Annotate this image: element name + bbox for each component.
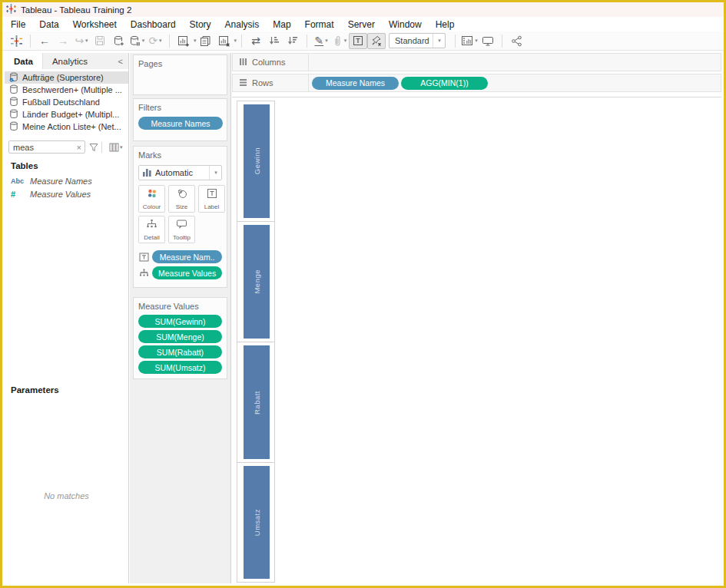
swap-rows-columns-button[interactable]: ⇄: [247, 33, 265, 49]
size-button[interactable]: Size: [168, 185, 195, 213]
tableau-window: Tableau - Tableau Training 2 File Data W…: [0, 0, 726, 588]
no-matches-text: No matches: [5, 491, 128, 500]
measure-values-card[interactable]: Measure Values SUM(Gewinn) SUM(Menge) SU…: [133, 297, 227, 379]
menu-data[interactable]: Data: [32, 17, 65, 31]
search-input[interactable]: [9, 143, 71, 152]
label-button[interactable]: Label: [198, 185, 225, 213]
chart-canvas[interactable]: Gewinn Menge Rabatt Umsatz: [232, 97, 721, 583]
tab-data[interactable]: Data: [5, 53, 43, 69]
save-button[interactable]: [91, 33, 109, 49]
new-worksheet-caret[interactable]: ▾: [194, 38, 197, 44]
title-bar: Tableau - Tableau Training 2: [2, 2, 724, 17]
search-separator: [101, 142, 102, 153]
filters-card[interactable]: Filters Measure Names: [133, 98, 227, 141]
menu-format[interactable]: Format: [298, 17, 341, 31]
sort-descending-button[interactable]: [283, 33, 302, 49]
pill-sum-umsatz[interactable]: SUM(Umsatz): [138, 361, 222, 374]
menu-bar: File Data Worksheet Dashboard Story Anal…: [2, 17, 724, 31]
tableau-logo-icon[interactable]: [7, 33, 25, 49]
sort-ascending-button[interactable]: [265, 33, 283, 49]
text-type-icon: Abc: [11, 177, 25, 185]
rows-pill-agg-min-1[interactable]: AGG(MIN(1)): [401, 77, 488, 90]
mark-type-caret[interactable]: ▾: [209, 166, 221, 180]
forward-button[interactable]: →: [54, 33, 72, 49]
collapse-pane-chevron-icon[interactable]: <: [113, 57, 128, 66]
share-button[interactable]: [507, 33, 525, 49]
bar-gewinn[interactable]: Gewinn: [244, 104, 270, 218]
mark-pill-measure-values[interactable]: Measure Values: [152, 266, 222, 279]
search-input-box[interactable]: ×: [8, 140, 85, 154]
field-measure-names[interactable]: Abc Measure Names: [5, 174, 128, 187]
datasource-item-auftraege[interactable]: Aufträge (Superstore): [5, 71, 128, 84]
fix-axes-button[interactable]: [367, 33, 386, 49]
duplicate-sheet-button[interactable]: [197, 33, 215, 49]
chart-pane: Gewinn Menge Rabatt Umsatz: [237, 101, 275, 583]
main-area: Data Analytics < Aufträge (Superstore) B…: [5, 53, 721, 583]
show-mark-labels-button[interactable]: [349, 33, 367, 49]
presentation-mode-button[interactable]: [479, 33, 497, 49]
field-search-row: × ▾: [8, 140, 128, 154]
menu-dashboard[interactable]: Dashboard: [124, 17, 183, 31]
bar-rabatt[interactable]: Rabatt: [244, 345, 270, 459]
datasource-item-laender-budget[interactable]: Länder Budget+ (Multipl...: [5, 108, 128, 121]
clear-sheet-button[interactable]: [215, 33, 234, 49]
tab-analytics[interactable]: Analytics: [43, 53, 97, 69]
rows-shelf-label: Rows: [233, 74, 309, 91]
view-options-icon[interactable]: [109, 143, 119, 152]
view-options-caret[interactable]: ▾: [120, 144, 123, 150]
bar-umsatz[interactable]: Umsatz: [244, 466, 270, 579]
filter-pill-measure-names[interactable]: Measure Names: [138, 117, 223, 130]
columns-shelf-label: Columns: [233, 54, 309, 71]
mark-type-dropdown[interactable]: Automatic ▾: [138, 165, 222, 180]
pill-sum-menge[interactable]: SUM(Menge): [138, 330, 222, 343]
columns-shelf[interactable]: Columns: [232, 53, 721, 71]
colour-button[interactable]: Colour: [138, 185, 165, 213]
menu-map[interactable]: Map: [266, 17, 297, 31]
mark-pill-row-label: Measure Nam..: [138, 250, 222, 263]
datasource-item-fussball[interactable]: Fußball Deutschland: [5, 96, 128, 108]
rows-pill-measure-names[interactable]: Measure Names: [312, 77, 399, 90]
pages-card[interactable]: Pages: [133, 55, 227, 95]
filter-fields-icon[interactable]: [89, 143, 98, 152]
menu-worksheet[interactable]: Worksheet: [66, 17, 124, 31]
menu-server[interactable]: Server: [341, 17, 382, 31]
show-hide-cards-button[interactable]: ▾: [460, 33, 479, 49]
datasource-list: Aufträge (Superstore) Beschwerden+ (Mult…: [5, 69, 128, 133]
rows-shelf[interactable]: Rows Measure Names AGG(MIN(1)): [232, 74, 721, 92]
datasource-label: Länder Budget+ (Multipl...: [22, 110, 119, 119]
add-datasource-button[interactable]: [109, 33, 128, 49]
highlight-button[interactable]: ✎▾: [312, 33, 330, 49]
menu-file[interactable]: File: [4, 17, 32, 31]
mark-pill-measure-names[interactable]: Measure Nam..: [152, 250, 222, 263]
columns-icon: [239, 58, 247, 68]
redo-button[interactable]: ↪▾: [72, 33, 91, 49]
tooltip-button[interactable]: Tooltip: [168, 216, 195, 243]
cards-column: Pages Filters Measure Names Marks Automa…: [130, 53, 231, 583]
menu-window[interactable]: Window: [382, 17, 429, 31]
group-members-button[interactable]: ▾: [330, 33, 349, 49]
back-button[interactable]: ←: [35, 33, 54, 49]
bar-menge[interactable]: Menge: [244, 225, 270, 339]
clear-search-icon[interactable]: ×: [77, 143, 85, 152]
field-measure-values[interactable]: # Measure Values: [5, 187, 128, 200]
fit-selector-caret[interactable]: ▾: [433, 34, 445, 48]
new-worksheet-button[interactable]: [174, 33, 193, 49]
menu-analysis[interactable]: Analysis: [218, 17, 267, 31]
fit-selector[interactable]: Standard ▾: [389, 33, 446, 48]
detail-button[interactable]: Detail: [138, 216, 165, 243]
row-pane-rabatt: Rabatt: [237, 342, 274, 462]
marks-card[interactable]: Marks Automatic ▾ Colour Size: [133, 146, 227, 288]
datasource-item-beschwerden[interactable]: Beschwerden+ (Multiple ...: [5, 84, 128, 96]
pill-sum-gewinn[interactable]: SUM(Gewinn): [138, 315, 222, 328]
datasource-item-meine-action-liste[interactable]: Meine Action Liste+ (Net...: [5, 121, 128, 133]
clear-sheet-caret[interactable]: ▾: [234, 38, 237, 44]
pause-auto-updates-button[interactable]: ▾: [128, 33, 146, 49]
menu-story[interactable]: Story: [183, 17, 218, 31]
filters-title: Filters: [138, 103, 222, 112]
menu-help[interactable]: Help: [429, 17, 462, 31]
toolbar-separator: [30, 35, 31, 48]
toolbar-separator: [169, 35, 170, 48]
pill-sum-rabatt[interactable]: SUM(Rabatt): [138, 345, 222, 358]
refresh-button[interactable]: ⟳▾: [146, 33, 164, 49]
window-title: Tableau - Tableau Training 2: [21, 5, 131, 15]
